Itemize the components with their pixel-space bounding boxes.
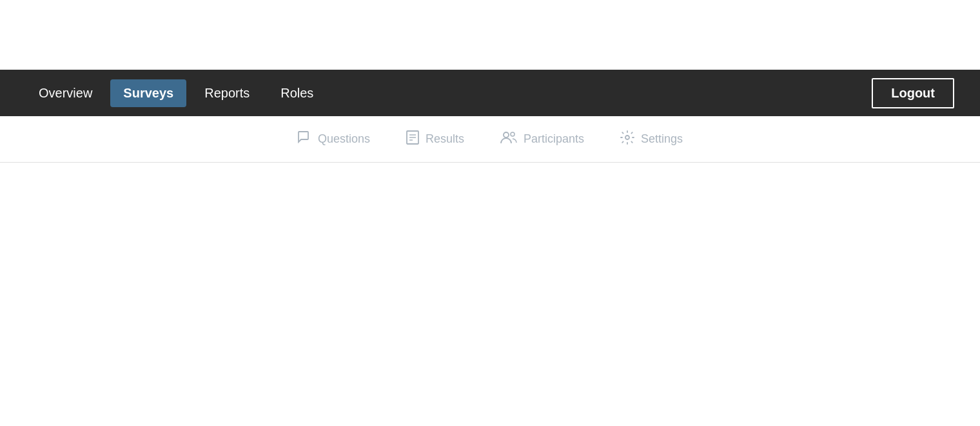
main-content bbox=[0, 163, 980, 426]
results-label: Results bbox=[426, 132, 464, 146]
questions-label: Questions bbox=[318, 132, 370, 146]
primary-nav: Overview Surveys Reports Roles Logout bbox=[0, 70, 980, 116]
secondary-nav-item-results[interactable]: Results bbox=[404, 125, 467, 153]
results-icon bbox=[406, 130, 419, 148]
svg-point-5 bbox=[511, 132, 514, 136]
nav-item-reports[interactable]: Reports bbox=[191, 79, 262, 107]
svg-point-6 bbox=[625, 136, 629, 139]
nav-item-surveys[interactable]: Surveys bbox=[110, 79, 186, 107]
settings-label: Settings bbox=[641, 132, 683, 146]
svg-point-4 bbox=[504, 132, 509, 137]
questions-icon bbox=[297, 130, 311, 148]
nav-item-overview[interactable]: Overview bbox=[26, 79, 105, 107]
nav-item-roles[interactable]: Roles bbox=[268, 79, 326, 107]
primary-nav-items: Overview Surveys Reports Roles bbox=[26, 79, 326, 107]
participants-label: Participants bbox=[524, 132, 584, 146]
secondary-nav: Questions Results Participants bbox=[0, 116, 980, 163]
logout-button[interactable]: Logout bbox=[872, 78, 954, 108]
settings-icon bbox=[620, 130, 634, 148]
participants-icon bbox=[500, 131, 517, 147]
secondary-nav-item-settings[interactable]: Settings bbox=[618, 125, 685, 153]
secondary-nav-item-questions[interactable]: Questions bbox=[295, 125, 373, 153]
top-spacer bbox=[0, 0, 980, 70]
secondary-nav-item-participants[interactable]: Participants bbox=[498, 126, 587, 152]
